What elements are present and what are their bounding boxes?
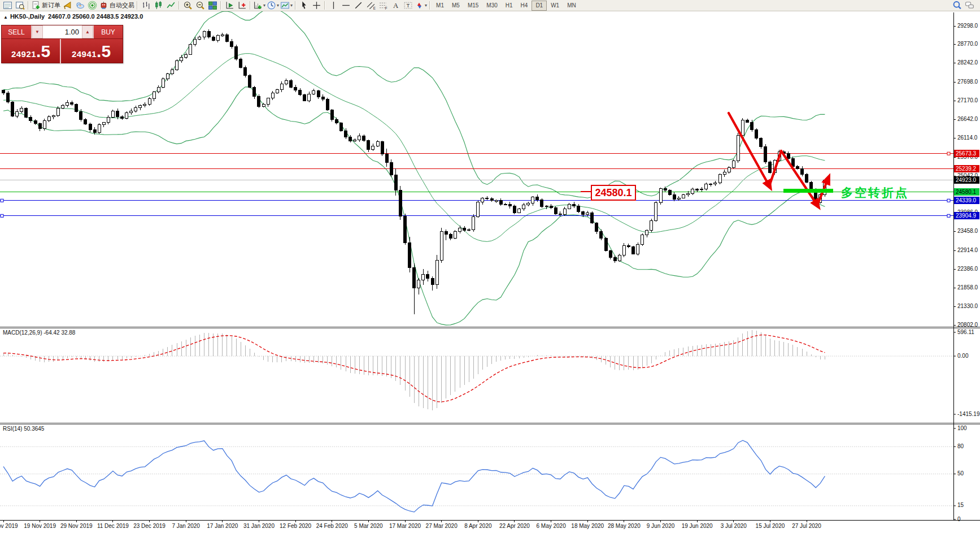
mql5-cloud-icon[interactable]: [73, 1, 86, 11]
line-chart-button[interactable]: [164, 1, 177, 11]
timeframe-m30-button[interactable]: M30: [482, 1, 501, 11]
date-axis-label: 15 Jul 2020: [756, 523, 785, 529]
volume-down-button[interactable]: ▼: [32, 25, 43, 38]
turning-point-text[interactable]: 多空转折点: [841, 185, 909, 201]
toolbar: 新订单自动交易▾▾▾EFAT▾M1M5M15M30H1H4D1W1MN: [0, 0, 980, 11]
line-handle[interactable]: [947, 214, 950, 217]
toolbar-separator: [137, 1, 138, 10]
fibonacci-button[interactable]: F: [377, 1, 389, 11]
new-chart-dropdown[interactable]: ▾: [252, 1, 266, 11]
signals-icon[interactable]: [86, 1, 98, 11]
chart-canvas[interactable]: [0, 0, 980, 533]
buy-price-pips: .5: [97, 44, 111, 59]
timeframe-m15-button[interactable]: M15: [464, 1, 482, 11]
line-handle[interactable]: [947, 199, 950, 202]
search-button[interactable]: [951, 1, 963, 11]
timeframe-m5-button[interactable]: M5: [448, 1, 464, 11]
date-axis-label: 7 Nov 2019: [0, 523, 18, 529]
rsi-axis-tick: 50: [957, 470, 964, 476]
price-badge-25673.3: 25673.3: [954, 150, 979, 157]
ohlc-values: 24607.0 25060.0 24483.5 24923.0: [48, 13, 143, 20]
market-watch-icon[interactable]: [1, 1, 14, 11]
text-label-button[interactable]: T: [402, 1, 414, 11]
chat-button[interactable]: [963, 1, 975, 11]
line-handle[interactable]: [1, 214, 3, 217]
date-axis-label: 23 Dec 2019: [133, 523, 165, 529]
trend-arrow[interactable]: [781, 151, 817, 205]
date-axis: 7 Nov 201919 Nov 201929 Nov 201911 Dec 2…: [0, 520, 953, 533]
timeframe-h1-button[interactable]: H1: [502, 1, 517, 11]
timeframe-w1-button[interactable]: W1: [547, 1, 563, 11]
price-label-box[interactable]: 24580.1: [591, 185, 636, 201]
arrows-dropdown[interactable]: ▾: [414, 1, 428, 11]
sell-price-pips: .5: [36, 44, 50, 59]
date-axis-label: 17 Mar 2020: [389, 523, 421, 529]
price-axis-tick: 22914.0: [957, 247, 978, 253]
support-highlight-bar[interactable]: [783, 189, 833, 193]
periods-dropdown[interactable]: ▾: [266, 1, 280, 11]
rsi-axis-tick: 15: [957, 502, 964, 508]
date-axis-label: 7 Jan 2020: [172, 523, 200, 529]
price-axis-tick: 26114.0: [957, 135, 977, 141]
rsi-axis-tick: 0: [957, 516, 961, 522]
crosshair-button[interactable]: [310, 1, 323, 11]
horizontal-line-button[interactable]: [339, 1, 352, 11]
toolbar-separator: [429, 1, 430, 10]
zoom-out-button[interactable]: [194, 1, 206, 11]
buy-price-main: 24941: [72, 49, 97, 59]
equidistant-channel-button[interactable]: E: [364, 1, 377, 11]
timeframe-d1-button[interactable]: D1: [532, 1, 547, 11]
chart-area: ▲HK50-,Daily24607.0 25060.0 24483.5 2492…: [0, 0, 980, 533]
price-badge-24580.1: 24580.1: [954, 188, 979, 196]
new-order-button[interactable]: 新订单: [31, 1, 61, 11]
chart-title: ▲HK50-,Daily24607.0 25060.0 24483.5 2492…: [3, 13, 143, 20]
price-axis-tick: 20802.0: [957, 322, 978, 328]
text-button[interactable]: A: [389, 1, 402, 11]
date-axis-label: 28 May 2020: [608, 523, 641, 529]
templates-dropdown[interactable]: ▾: [280, 1, 293, 11]
alerts-icon[interactable]: [61, 1, 73, 11]
volume-field[interactable]: 1.00: [43, 25, 82, 38]
auto-scroll-button[interactable]: [223, 1, 236, 11]
zoom-in-button[interactable]: [181, 1, 194, 11]
data-window-icon[interactable]: [14, 1, 26, 11]
volume-up-button[interactable]: ▲: [82, 25, 93, 38]
sell-price[interactable]: 24921.5: [2, 39, 61, 64]
date-axis-label: 3 Jul 2020: [721, 523, 747, 529]
price-axis-tick: 21330.0: [957, 303, 978, 309]
collapse-triangle-icon[interactable]: ▲: [3, 15, 8, 20]
line-handle[interactable]: [947, 152, 950, 155]
buy-price[interactable]: 24941.5: [61, 39, 121, 64]
timeframe-h4-button[interactable]: H4: [517, 1, 532, 11]
date-axis-label: 27 Jul 2020: [792, 523, 821, 529]
autotrading-button[interactable]: 自动交易: [98, 1, 135, 11]
timeframe-mn-button[interactable]: MN: [563, 1, 580, 11]
toolbar-separator: [250, 1, 251, 10]
rsi-indicator-label: RSI(14) 50.3645: [3, 426, 44, 432]
vertical-line-button[interactable]: [327, 1, 339, 11]
toolbar-separator: [28, 1, 29, 10]
date-axis-label: 19 Nov 2019: [24, 523, 56, 529]
line-handle[interactable]: [1, 199, 3, 202]
date-axis-label: 27 Mar 2020: [426, 523, 458, 529]
sell-button[interactable]: SELL: [2, 25, 32, 38]
chart-shift-button[interactable]: [236, 1, 248, 11]
date-axis-label: 24 Feb 2020: [316, 523, 348, 529]
trend-arrow[interactable]: [729, 113, 769, 186]
date-axis-label: 9 Jun 2020: [647, 523, 675, 529]
date-axis-label: 31 Jan 2020: [243, 523, 275, 529]
cursor-button[interactable]: [298, 1, 310, 11]
candlestick-chart-button[interactable]: [152, 1, 164, 11]
buy-button[interactable]: BUY: [93, 25, 123, 38]
date-axis-label: 18 May 2020: [571, 523, 604, 529]
date-axis-label: 17 Jan 2020: [207, 523, 238, 529]
price-axis-tick: 29298.0: [957, 23, 978, 29]
price-badge-24923.0: 24923.0: [954, 176, 979, 184]
bar-chart-button[interactable]: [140, 1, 152, 11]
price-axis-tick: 28770.0: [957, 41, 978, 47]
trendline-button[interactable]: [352, 1, 364, 11]
tile-windows-button[interactable]: [206, 1, 219, 11]
date-axis-label: 29 Nov 2019: [60, 523, 93, 529]
timeframe-m1-button[interactable]: M1: [432, 1, 448, 11]
toolbar-separator: [295, 1, 296, 10]
